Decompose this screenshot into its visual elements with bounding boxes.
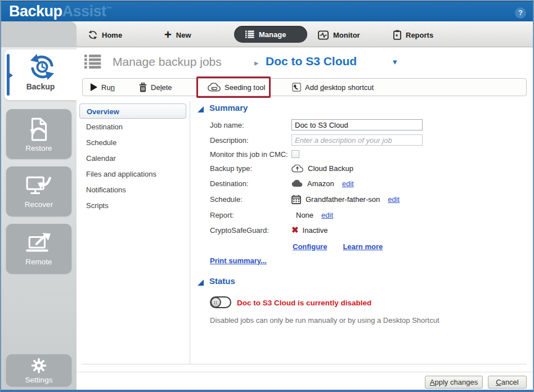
seeding-tool-button[interactable]: Seeding tool xyxy=(208,79,265,96)
reports-icon xyxy=(393,30,401,40)
disabled-jobs-note: Disabled jobs can only be run manually o… xyxy=(210,316,439,325)
menu-item-destination[interactable]: Destination xyxy=(86,123,123,131)
collapse-triangle-icon xyxy=(198,106,204,112)
configure-link[interactable]: Configure xyxy=(293,242,327,251)
report-value: None xyxy=(296,211,313,219)
footer-divider xyxy=(77,372,533,372)
sidebar-settings-label: Settings xyxy=(6,376,71,384)
menu-item-scripts[interactable]: Scripts xyxy=(86,201,109,210)
sidebar-item-settings[interactable]: Settings xyxy=(6,354,71,386)
menu-item-notifications[interactable]: Notifications xyxy=(86,186,126,194)
learn-more-link[interactable]: Learn more xyxy=(343,242,383,251)
tab-reports-label: Reports xyxy=(406,31,433,39)
job-disabled-message: Doc to S3 Cloud is currently disabled xyxy=(237,299,371,307)
restore-document-icon xyxy=(27,117,51,142)
sidebar-item-backup[interactable]: Backup xyxy=(5,49,77,100)
sync-icon xyxy=(88,30,97,39)
breadcrumb-separator-icon: ▸ xyxy=(254,58,259,68)
red-cross-icon: ✖ xyxy=(291,226,299,234)
csg-links-row: Configure Learn more xyxy=(210,241,525,252)
sidebar-backup-label: Backup xyxy=(5,82,77,91)
add-desktop-shortcut-button[interactable]: Add desktop shortcut xyxy=(292,79,374,96)
trash-icon xyxy=(139,83,147,92)
schedule-value: Grandfather-father-son xyxy=(306,195,380,204)
job-enabled-toggle[interactable] xyxy=(210,296,231,308)
toggle-knob xyxy=(210,297,221,308)
summary-section-header[interactable]: Summary xyxy=(198,103,248,112)
menu-overview-label: Overview xyxy=(87,107,119,116)
collapse-triangle-icon xyxy=(198,280,204,286)
gear-icon xyxy=(31,358,47,373)
amazon-cloud-icon xyxy=(291,179,303,187)
apply-changes-button[interactable]: Apply changes xyxy=(425,376,483,389)
job-name-label: Job name: xyxy=(210,121,291,129)
sidebar-recover-label: Recover xyxy=(6,200,71,209)
play-icon xyxy=(91,83,97,91)
menu-item-files-and-applications[interactable]: Files and applications xyxy=(86,170,156,178)
description-input[interactable] xyxy=(291,134,423,146)
backup-type-label: Backup type: xyxy=(210,164,291,173)
print-summary-row: Print summary... xyxy=(210,255,525,266)
menu-item-calendar[interactable]: Calendar xyxy=(86,154,116,163)
trademark: ™ xyxy=(106,6,112,12)
cmc-checkbox[interactable] xyxy=(291,150,299,158)
manage-list-icon xyxy=(84,54,101,71)
schedule-label: Schedule: xyxy=(210,195,291,204)
sidebar-item-recover[interactable]: Recover xyxy=(6,166,71,216)
sidebar: Backup Restore Recover xyxy=(0,47,77,392)
panel-divider-vertical xyxy=(190,101,190,364)
breadcrumb-section[interactable]: Manage backup jobs xyxy=(113,55,222,69)
menu-item-schedule[interactable]: Schedule xyxy=(86,138,116,147)
cancel-button[interactable]: Cancel xyxy=(488,376,527,389)
calendar-icon xyxy=(291,195,301,204)
tab-new-label: New xyxy=(176,31,191,39)
report-edit-link[interactable]: edit xyxy=(321,211,333,219)
tab-monitor-label: Monitor xyxy=(333,31,360,39)
delete-button[interactable]: Delete xyxy=(139,79,172,96)
status-section-header[interactable]: Status xyxy=(198,276,235,286)
title-bar: BackupAssist™ ? xyxy=(0,0,534,21)
cryptosafeguard-value: Inactive xyxy=(303,226,328,235)
delete-label: Delete xyxy=(151,83,172,92)
tab-reports[interactable]: Reports xyxy=(393,27,433,43)
cloud-seed-icon xyxy=(208,83,221,92)
monitor-icon xyxy=(318,30,329,40)
help-icon[interactable]: ? xyxy=(515,7,526,19)
field-row-schedule: Schedule: Grandfather-father-son edit xyxy=(210,193,525,205)
sidebar-item-remote[interactable]: Remote xyxy=(6,224,71,273)
tab-new[interactable]: + New xyxy=(164,27,191,43)
seeding-tool-label: Seeding tool xyxy=(225,83,265,92)
backup-type-value: Cloud Backup xyxy=(308,164,353,173)
menu-item-overview[interactable]: Overview xyxy=(79,103,186,119)
schedule-edit-link[interactable]: edit xyxy=(388,195,400,204)
backupassist-window: BackupAssist™ ? Home + New Manage Monito… xyxy=(0,0,534,392)
destination-edit-link[interactable]: edit xyxy=(342,179,354,188)
tab-home-label: Home xyxy=(102,31,122,39)
summary-heading: Summary xyxy=(209,103,248,112)
job-dropdown-caret-icon[interactable]: ▾ xyxy=(393,57,397,67)
breadcrumb-job-name[interactable]: Doc to S3 Cloud xyxy=(266,55,357,68)
cloud-backup-icon xyxy=(291,164,303,173)
app-logo: BackupAssist™ xyxy=(9,3,111,20)
field-row-description: Description: xyxy=(210,134,525,146)
tab-manage[interactable]: Manage xyxy=(234,26,307,43)
cryptosafeguard-label: CryptoSafeGuard: xyxy=(210,226,291,235)
description-label: Description: xyxy=(210,136,291,145)
field-row-backup-type: Backup type: Cloud Backup xyxy=(210,163,525,174)
destination-value: Amazon xyxy=(307,179,334,188)
brand-light: Assist xyxy=(62,3,106,20)
tab-home[interactable]: Home xyxy=(88,27,122,43)
field-row-destination: Destination: Amazon edit xyxy=(210,178,525,189)
tab-monitor[interactable]: Monitor xyxy=(318,27,360,43)
plus-icon: + xyxy=(164,29,172,40)
field-row-cryptosafeguard: CryptoSafeGuard: ✖ Inactive xyxy=(210,224,525,236)
brand-bold: Backup xyxy=(9,3,62,20)
run-button[interactable]: Run xyxy=(91,79,115,96)
sidebar-item-restore[interactable]: Restore xyxy=(6,109,71,159)
print-summary-link[interactable]: Print summary... xyxy=(210,256,267,265)
recover-monitor-icon xyxy=(25,174,52,198)
job-toolbar: Run Delete Seeding tool xyxy=(82,78,527,96)
panel-divider-bottom xyxy=(82,364,527,364)
report-label: Report: xyxy=(210,211,291,219)
job-name-input[interactable] xyxy=(291,119,423,130)
